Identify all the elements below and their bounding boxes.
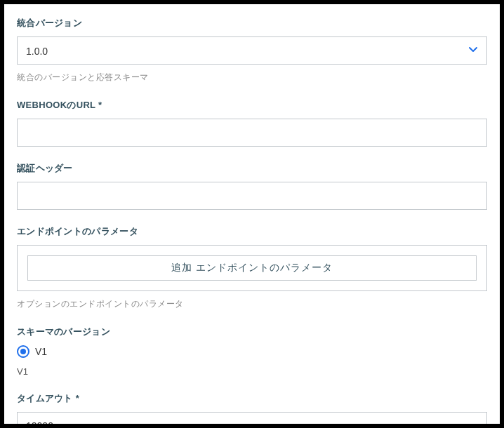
add-endpoint-param-button[interactable]: 追加 エンドポイントのパラメータ [27, 255, 477, 281]
form-panel: 統合バージョン 1.0.0 統合のバージョンと応答スキーマ WEBHOOKのUR… [4, 4, 500, 424]
schema-version-option-v1[interactable]: V1 [17, 345, 487, 358]
integration-version-label: 統合バージョン [17, 17, 487, 29]
timeout-label: タイムアウト * [17, 392, 487, 405]
radio-selected-icon [17, 345, 29, 358]
integration-version-help: 統合のバージョンと応答スキーマ [17, 72, 487, 83]
timeout-field: タイムアウト * [17, 392, 487, 424]
auth-header-field: 認証ヘッダー [17, 162, 487, 210]
schema-version-field: スキーマのバージョン V1 V1 [17, 326, 487, 377]
auth-header-input[interactable] [17, 182, 487, 210]
timeout-input[interactable] [17, 412, 487, 424]
endpoint-params-field: エンドポイントのパラメータ 追加 エンドポイントのパラメータ オプションのエンド… [17, 225, 487, 310]
endpoint-params-label: エンドポイントのパラメータ [17, 225, 487, 238]
integration-version-field: 統合バージョン 1.0.0 統合のバージョンと応答スキーマ [17, 17, 487, 83]
auth-header-label: 認証ヘッダー [17, 162, 487, 175]
schema-version-label: スキーマのバージョン [17, 326, 487, 338]
integration-version-select[interactable]: 1.0.0 [17, 36, 487, 65]
webhook-url-label: WEBHOOKのURL * [17, 99, 487, 112]
endpoint-params-box: 追加 エンドポイントのパラメータ [17, 245, 487, 291]
integration-version-value: 1.0.0 [17, 36, 487, 65]
endpoint-params-help: オプションのエンドポイントのパラメータ [17, 298, 487, 310]
form-frame: 統合バージョン 1.0.0 統合のバージョンと応答スキーマ WEBHOOKのUR… [0, 0, 504, 428]
webhook-url-field: WEBHOOKのURL * [17, 99, 487, 147]
schema-version-option-label: V1 [35, 346, 47, 357]
webhook-url-input[interactable] [17, 119, 487, 147]
schema-version-help: V1 [17, 366, 487, 377]
